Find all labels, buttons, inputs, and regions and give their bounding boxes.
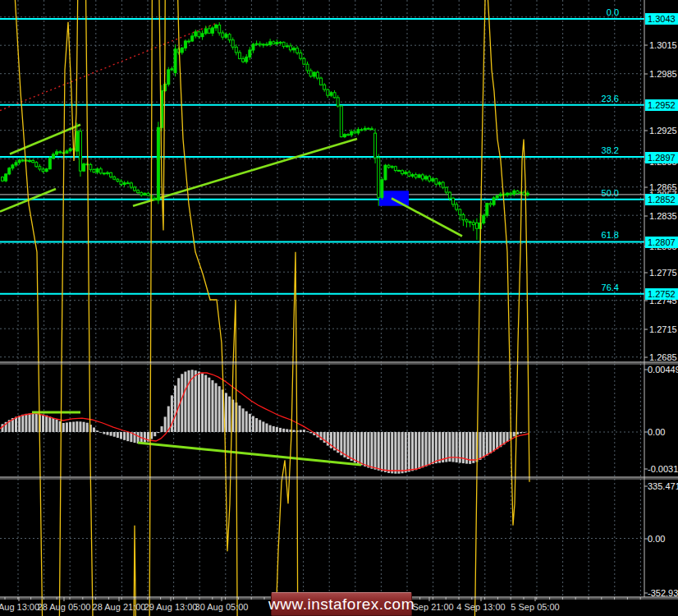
svg-text:1.2807: 1.2807	[648, 237, 676, 247]
forex-chart-window: 0.023.638.250.061.876.41.30151.29851.292…	[0, 0, 678, 616]
svg-text:1.2852: 1.2852	[648, 195, 676, 205]
svg-text:1.2685: 1.2685	[649, 352, 677, 362]
svg-text:1.3015: 1.3015	[649, 40, 677, 50]
svg-text:28 Aug 21:00: 28 Aug 21:00	[93, 602, 146, 612]
svg-text:0.00449: 0.00449	[648, 365, 678, 375]
svg-text:335.4714: 335.4714	[648, 481, 678, 491]
svg-text:61.8: 61.8	[602, 230, 619, 240]
svg-text:1.2715: 1.2715	[649, 324, 677, 334]
svg-text:-0.00311: -0.00311	[648, 464, 678, 474]
svg-text:1.2952: 1.2952	[648, 100, 676, 110]
svg-text:23.6: 23.6	[602, 94, 619, 103]
svg-text:28 Aug 05:00: 28 Aug 05:00	[38, 602, 91, 612]
svg-text:30 Aug 05:00: 30 Aug 05:00	[195, 602, 249, 612]
blue-marker-box	[379, 191, 409, 205]
svg-text:38.2: 38.2	[602, 145, 619, 155]
svg-text:1.2985: 1.2985	[649, 69, 677, 79]
svg-text:1.2752: 1.2752	[648, 289, 676, 299]
svg-text:1.3043: 1.3043	[648, 14, 676, 24]
svg-text:29 Aug 13:00: 29 Aug 13:00	[144, 602, 198, 612]
chart-canvas[interactable]: 0.023.638.250.061.876.41.30151.29851.292…	[0, 0, 678, 616]
svg-text:0.0: 0.0	[607, 7, 619, 17]
watermark-text: www.instaforex.com	[268, 595, 415, 614]
svg-text:1.2925: 1.2925	[649, 126, 677, 136]
svg-text:0.00: 0.00	[648, 427, 665, 437]
svg-text:-352.93: -352.93	[648, 588, 678, 598]
svg-text:1.2775: 1.2775	[649, 268, 677, 278]
svg-text:4 Sep 13:00: 4 Sep 13:00	[456, 602, 505, 612]
svg-text:5 Sep 05:00: 5 Sep 05:00	[511, 602, 559, 612]
svg-text:1.2835: 1.2835	[649, 211, 677, 221]
svg-text:50.0: 50.0	[602, 188, 619, 198]
watermark-banner: www.instaforex.com	[271, 592, 412, 616]
svg-text:Aug 13:00: Aug 13:00	[0, 602, 39, 612]
svg-text:0.00: 0.00	[648, 534, 665, 544]
svg-text:76.4: 76.4	[602, 283, 619, 292]
svg-text:1.2897: 1.2897	[648, 153, 676, 163]
